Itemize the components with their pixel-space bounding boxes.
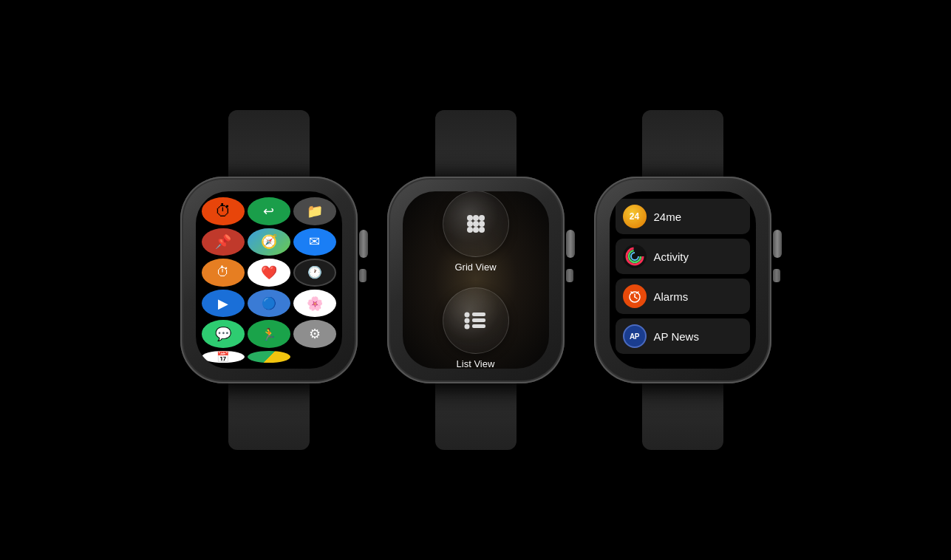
icon-alarms <box>623 284 647 308</box>
svg-point-5 <box>479 221 485 227</box>
watch-case-1: ⏱ ↩ 📁 📌 🧭 ✉ ⏱ ❤️ 🕐 ▶ 🔵 🌸 💬 🏃 ⚙ 📅 <box>180 177 358 383</box>
list-item-apnews[interactable]: AP AP News <box>616 318 750 354</box>
svg-rect-14 <box>472 324 485 328</box>
watch-1: ⏱ ↩ 📁 📌 🧭 ✉ ⏱ ❤️ 🕐 ▶ 🔵 🌸 💬 🏃 ⚙ 📅 <box>180 110 358 450</box>
watch-screen-1: ⏱ ↩ 📁 📌 🧭 ✉ ⏱ ❤️ 🕐 ▶ 🔵 🌸 💬 🏃 ⚙ 📅 <box>196 191 342 369</box>
list-item-alarms[interactable]: Alarms <box>616 279 750 314</box>
band-top-3 <box>642 110 723 177</box>
crown-small-3[interactable] <box>773 269 780 282</box>
svg-rect-10 <box>472 313 485 316</box>
app-settings[interactable]: ⚙ <box>293 320 336 348</box>
band-top-2 <box>435 110 517 177</box>
grid-view-option[interactable]: Grid View <box>443 191 509 273</box>
grid-view-circle[interactable] <box>443 191 509 257</box>
list-view-option[interactable]: List View <box>443 287 509 369</box>
list-view-circle[interactable] <box>443 287 509 354</box>
label-24me: 24me <box>654 211 682 223</box>
crown-small-2[interactable] <box>566 269 573 282</box>
icon-apnews: AP <box>623 324 647 348</box>
svg-point-7 <box>473 227 479 233</box>
crown-1[interactable] <box>359 230 368 258</box>
crown-small-1[interactable] <box>359 269 367 282</box>
watch-screen-3: 24 24me Activity <box>610 191 756 369</box>
label-apnews: AP News <box>654 330 699 343</box>
app-files[interactable]: 📁 <box>293 197 336 225</box>
app-maps[interactable]: 🧭 <box>248 228 290 256</box>
svg-point-2 <box>479 215 485 221</box>
view-selector: Grid View List View <box>403 191 549 369</box>
watch-2: Grid View List View <box>387 110 565 450</box>
svg-point-9 <box>464 313 469 318</box>
app-list: 24 24me Activity <box>610 191 756 369</box>
crown-3[interactable] <box>773 230 782 258</box>
svg-point-13 <box>464 324 469 329</box>
watch-case-2: Grid View List View <box>387 177 565 383</box>
list-view-label: List View <box>457 358 495 369</box>
svg-rect-12 <box>472 318 485 322</box>
label-alarms: Alarms <box>654 290 689 303</box>
icon-activity <box>623 245 647 268</box>
app-photos[interactable]: 🌸 <box>293 290 336 318</box>
svg-point-0 <box>467 215 473 221</box>
app-fitness[interactable]: 🏃 <box>248 320 290 348</box>
svg-point-8 <box>479 227 485 233</box>
list-item-activity[interactable]: Activity <box>616 239 750 274</box>
crown-2[interactable] <box>566 230 575 258</box>
svg-point-6 <box>467 227 473 233</box>
app-mail[interactable]: ✉ <box>293 228 336 256</box>
list-item-24me[interactable]: 24 24me <box>616 199 750 234</box>
app-workflow[interactable]: 🔵 <box>248 290 290 318</box>
label-activity: Activity <box>654 250 689 263</box>
icon-24me: 24 <box>623 205 647 228</box>
watch-screen-2: Grid View List View <box>403 191 549 369</box>
grid-view-label: Grid View <box>454 262 496 273</box>
app-orange-clock[interactable]: ⏱ <box>202 259 245 287</box>
app-calendar[interactable]: 📅 <box>202 351 245 363</box>
svg-point-11 <box>464 318 469 324</box>
band-bottom-1 <box>228 383 310 450</box>
watch-case-3: 24 24me Activity <box>594 177 771 383</box>
app-clock[interactable]: 🕐 <box>293 259 336 287</box>
app-health[interactable]: ❤️ <box>248 259 290 287</box>
app-messages[interactable]: 💬 <box>202 320 245 348</box>
svg-point-4 <box>473 221 479 227</box>
band-top-1 <box>228 110 310 177</box>
watch-3: 24 24me Activity <box>594 110 771 450</box>
svg-point-17 <box>631 253 638 260</box>
svg-line-20 <box>635 297 637 298</box>
band-bottom-2 <box>435 383 517 450</box>
band-bottom-3 <box>642 383 723 450</box>
app-play[interactable]: ▶ <box>202 290 245 318</box>
app-todo[interactable]: ↩ <box>248 197 290 225</box>
svg-point-1 <box>473 215 479 221</box>
svg-point-3 <box>467 221 473 227</box>
app-grid: ⏱ ↩ 📁 📌 🧭 ✉ ⏱ ❤️ 🕐 ▶ 🔵 🌸 💬 🏃 ⚙ 📅 <box>196 191 342 369</box>
app-stickies[interactable]: 📌 <box>202 228 245 256</box>
app-flag[interactable] <box>248 351 290 363</box>
app-timer[interactable]: ⏱ <box>202 197 245 225</box>
